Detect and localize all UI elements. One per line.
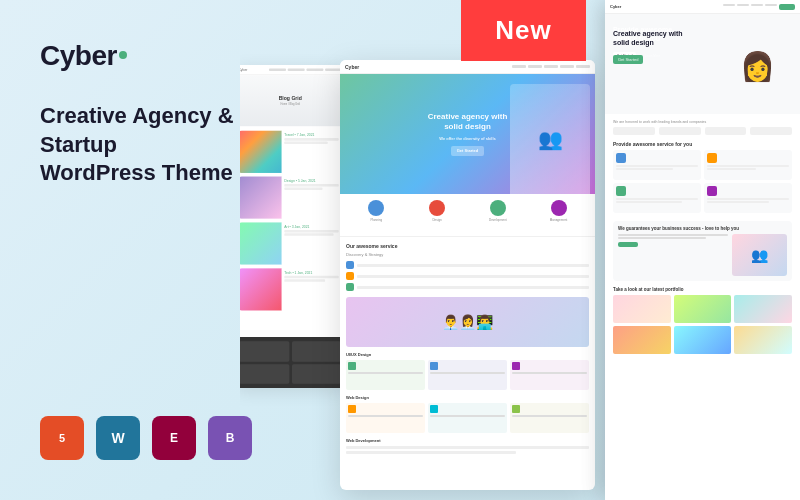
- blog-card-body: Art • 3 Jan, 2021: [282, 222, 342, 265]
- nav-item: [269, 68, 286, 71]
- nav-dot: [560, 65, 574, 68]
- tech-icons-row: 5 W E B: [40, 416, 252, 460]
- service-list-item: [346, 272, 589, 280]
- right-hero-title: Creative agency with solid design: [613, 29, 693, 47]
- feature-icon: [616, 186, 626, 196]
- service-list-icon: [346, 272, 354, 280]
- portfolio-thumb: [734, 326, 792, 354]
- right-nav-logo: Cyber: [610, 4, 621, 9]
- portfolio-thumb: [613, 295, 671, 323]
- preview-right-large: Cyber Creative agency with solid design …: [605, 0, 800, 500]
- blog-card-image: [240, 222, 282, 265]
- blog-card: Art • 3 Jan, 2021: [240, 222, 341, 265]
- ux-card: [510, 360, 589, 390]
- service-list-icon: [346, 283, 354, 291]
- right-feature-cards: [613, 150, 792, 213]
- blog-card-image: [240, 130, 282, 173]
- right-service-section: Provide awesome service for you: [613, 141, 792, 213]
- right-portfolio-title: Take a look at our latest portfolio: [613, 287, 792, 292]
- preview-center: Cyber Creative agency with solid design …: [340, 60, 595, 490]
- feature-icon: [616, 153, 626, 163]
- ux-card: [346, 360, 425, 390]
- nav-dot: [528, 65, 542, 68]
- preview-center-hero: Creative agency with solid design We off…: [340, 74, 595, 194]
- service-list: [346, 261, 589, 291]
- right-portfolio-section: Take a look at our latest portfolio: [613, 287, 792, 354]
- preview-nav: Cyber: [340, 60, 595, 74]
- service-icons-area: Planning Design Development Management: [340, 194, 595, 237]
- blog-hero: Blog Grid Home / Blog Grid: [240, 75, 346, 126]
- elementor-icon: E: [152, 416, 196, 460]
- right-content: We are honored to work with leading bran…: [605, 114, 800, 360]
- service-icon: [368, 200, 384, 216]
- service-icon: [551, 200, 567, 216]
- service-label: Development: [489, 218, 507, 222]
- service-list-item: [346, 283, 589, 291]
- nav-item: [306, 68, 323, 71]
- service-icon: [490, 200, 506, 216]
- nav-dot: [576, 65, 590, 68]
- preview-nav-logo: Cyber: [345, 64, 359, 70]
- blog-cards: Travel • 7 Jan, 2021 Design • 5 Jan, 202…: [240, 126, 346, 318]
- webdev-section-title: Web Development: [346, 438, 589, 443]
- service-label: Management: [550, 218, 568, 222]
- ux-card: [428, 360, 507, 390]
- blog-card-image: [240, 176, 282, 219]
- blog-card-body: Travel • 7 Jan, 2021: [282, 130, 342, 173]
- blog-card-image: [240, 268, 282, 311]
- service-list-text: [357, 264, 589, 267]
- main-container: Cyber Creative Agency & Startup WordPres…: [0, 0, 800, 500]
- preview-hero-text: Creative agency with solid design We off…: [418, 112, 518, 155]
- bootstrap-icon: B: [208, 416, 252, 460]
- feature-card: [613, 150, 701, 180]
- right-guarantee: We guarantees your business success - lo…: [613, 221, 792, 281]
- portfolio-thumb: [734, 295, 792, 323]
- ux-cards-row: [346, 360, 589, 390]
- right-hero: Creative agency with solid design Get St…: [605, 14, 800, 114]
- left-panel: Cyber Creative Agency & Startup WordPres…: [40, 30, 260, 238]
- previews-container: Cyber Blog Grid Home / Blog Grid: [240, 0, 800, 500]
- service-label: Planning: [371, 218, 383, 222]
- portfolio-thumb: [613, 326, 671, 354]
- logo-area: Cyber: [40, 40, 260, 72]
- group-photo-area: 👨‍💼👩‍💼👨‍💻: [346, 297, 589, 347]
- nav-item: [288, 68, 305, 71]
- feature-icon: [707, 186, 717, 196]
- service-list-icon: [346, 261, 354, 269]
- service-title: Our awesome service: [346, 243, 589, 249]
- guarantee-cta[interactable]: [618, 242, 638, 247]
- brand-logo: [613, 127, 655, 135]
- blog-card: Tech • 1 Jan, 2021: [240, 268, 341, 311]
- blog-nav-logo: Cyber: [240, 68, 247, 72]
- blog-nav: Cyber: [240, 65, 346, 75]
- brand-logo: [705, 127, 747, 135]
- service-list-item: [346, 261, 589, 269]
- hero-heading: Creative agency with solid design: [418, 112, 518, 131]
- right-hero-cta[interactable]: Get Started: [613, 55, 643, 64]
- html5-icon: 5: [40, 416, 84, 460]
- service-list-text: [357, 286, 589, 289]
- wordpress-icon: W: [96, 416, 140, 460]
- brand-logo: [750, 127, 792, 135]
- feature-card: [704, 150, 792, 180]
- blog-card: Design • 5 Jan, 2021: [240, 176, 341, 219]
- service-icons-row: Planning Design Development Management: [348, 200, 587, 222]
- service-icon-item: Planning: [348, 200, 405, 222]
- feature-card: [613, 183, 701, 213]
- tagline-line1: Creative Agency & Startup: [40, 102, 260, 159]
- logo-text: Cyber: [40, 40, 117, 72]
- tagline-line2: WordPress Theme: [40, 159, 260, 188]
- logos-row: [613, 127, 792, 135]
- feature-icon: [707, 153, 717, 163]
- preview-blog-grid: Cyber Blog Grid Home / Blog Grid: [240, 65, 346, 388]
- right-hero-text: Creative agency with solid design Get St…: [613, 29, 693, 65]
- trust-label: We are honored to work with leading bran…: [613, 120, 792, 124]
- blog-card: Travel • 7 Jan, 2021: [240, 130, 341, 173]
- blog-card-body: Tech • 1 Jan, 2021: [282, 268, 342, 311]
- discovery-subtitle: Discovery & Strategy: [346, 252, 589, 257]
- right-service-title: Provide awesome service for you: [613, 141, 792, 147]
- portfolio-thumb: [674, 326, 732, 354]
- ux-section-title: UI/UX Design: [346, 352, 589, 357]
- brand-logo: [659, 127, 701, 135]
- service-icon-item: Development: [470, 200, 527, 222]
